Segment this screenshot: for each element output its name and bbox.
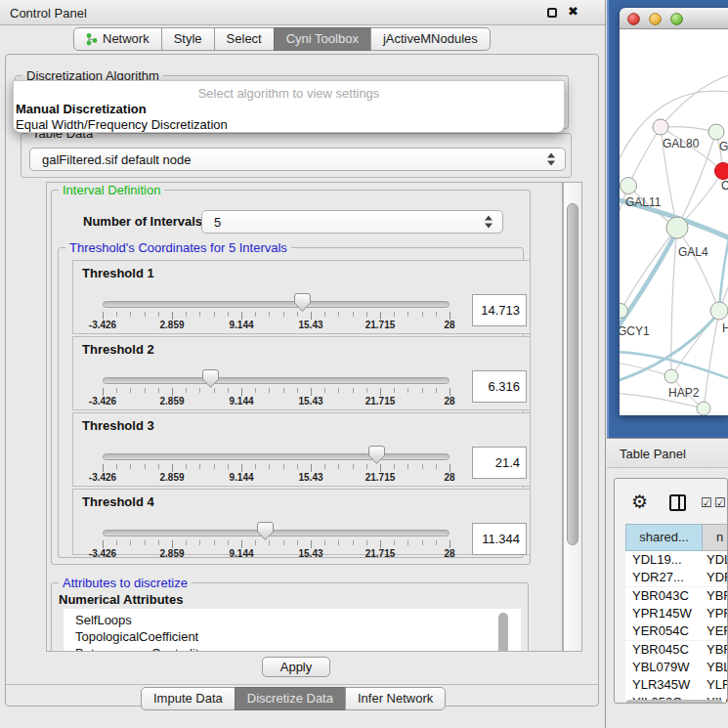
network-icon [86,32,98,46]
close-light-red[interactable] [627,13,640,25]
network-node-h[interactable] [710,302,728,320]
slider-tick-label: 15.43 [298,320,322,330]
network-edge[interactable] [661,74,728,127]
float-window-icon[interactable] [547,8,557,18]
slider-tick [214,540,215,545]
dropdown-item[interactable]: Equal Width/Frequency Discretization [16,117,228,132]
network-edge[interactable] [661,127,716,132]
threshold-value-field[interactable] [472,294,527,326]
slider-tick [338,540,339,545]
tab-jactivemnodules[interactable]: jActiveMNodules [370,27,491,51]
node-label: GCY1 [620,324,650,338]
network-node-gal11[interactable] [621,178,637,194]
settings-scrollbar[interactable] [563,182,582,652]
table-row[interactable]: YER054CYER0 [625,622,728,640]
threshold-slider-track[interactable] [103,530,450,536]
threshold-value-field[interactable] [472,370,527,403]
threshold-value-field[interactable] [472,447,527,479]
table-row[interactable]: YBR043CYBR0 [625,587,728,605]
table-data-combobox[interactable]: galFiltered.sif default node [29,148,566,171]
control-panel: Control Panel ✖ NetworkStyleSelectCyni T… [0,0,606,728]
node-label: H [722,321,728,335]
network-edge-highlighted[interactable] [719,213,728,311]
slider-tick [145,464,146,469]
zoom-light-green[interactable] [670,13,683,25]
table-row[interactable]: YDL19...YDL1 [625,551,728,569]
threshold-value-field[interactable] [472,523,527,555]
cell-name: YER0 [707,623,728,638]
threshold-slider-thumb[interactable] [294,293,311,312]
network-edge[interactable] [621,228,677,311]
list-item[interactable]: TopologicalCoefficient [64,628,521,645]
network-node-gal80[interactable] [653,119,668,135]
network-node-hap2[interactable] [664,369,678,383]
num-intervals-combobox[interactable]: 5 [201,210,503,234]
apply-button[interactable]: Apply [262,657,330,677]
table-row[interactable]: YPR145WYPR1 [625,605,728,622]
network-node-ga[interactable] [708,124,724,140]
slider-tick [407,388,408,393]
threshold-label: Threshold 3 [82,418,154,433]
network-node-gal4[interactable] [666,217,688,238]
threshold-slider-thumb[interactable] [202,369,219,388]
slider-tick [380,464,381,472]
column-header[interactable]: n [703,524,728,551]
slider-tick [450,388,450,396]
slider-tick [269,540,270,545]
tab-style[interactable]: Style [161,27,215,51]
tab-impute-data[interactable]: Impute Data [141,687,236,710]
slider-tick [324,540,325,545]
slider-tick [172,388,173,396]
slider-tick [145,540,146,545]
tab-select[interactable]: Select [214,27,275,51]
minimize-light-yellow[interactable] [649,13,662,25]
list-scrollbar-thumb[interactable] [498,613,508,652]
threshold-slider-track[interactable] [103,301,450,308]
slider-tick-label: 2.859 [159,548,184,559]
list-item[interactable]: BetweennessCentrality [64,645,521,652]
scrollbar-thumb[interactable] [567,203,578,545]
table-row[interactable]: YDR27...YDR2 [625,569,728,586]
tab-infer-network[interactable]: Infer Network [345,687,446,710]
tab-network[interactable]: Network [73,27,162,51]
slider-tick [324,464,325,469]
close-icon[interactable]: ✖ [568,4,578,19]
network-edge[interactable] [677,228,719,311]
tab-label: Discretize Data [247,688,333,709]
tab-cyni-toolbox[interactable]: Cyni Toolbox [274,27,371,51]
slider-tick [407,464,408,469]
table-row[interactable]: YBL079WYBL0 [625,659,728,676]
checkbox-checked-icon[interactable]: ☑ [701,495,712,510]
table-row[interactable]: YLR345WYLR3 [625,676,728,694]
checkbox-checked-icon[interactable]: ☑ [714,495,726,510]
numerical-attributes-list[interactable]: SelfLoopsTopologicalCoefficientBetweenne… [64,609,521,652]
dropdown-item[interactable]: Manual Discretization [16,102,147,116]
slider-tick [338,464,339,469]
network-edge-highlighted[interactable] [620,231,677,338]
network-node-c[interactable] [715,163,728,180]
table-row[interactable]: YBR045CYBR0 [625,641,728,659]
network-canvas[interactable]: GAL80GACGAL11GAL4GCY1HHAP2 [620,29,728,415]
column-header[interactable]: shared... [625,524,703,551]
threshold-slider-track[interactable] [103,453,450,460]
slider-tick [103,312,104,320]
slider-tick-label: 15.43 [298,548,322,559]
threshold-slider-thumb[interactable] [368,446,385,464]
threshold-slider-thumb[interactable] [257,522,274,540]
panel-title: Control Panel [10,6,87,21]
split-columns-icon[interactable] [669,494,686,511]
content-divider [6,684,598,685]
num-intervals-label: Number of Intervals [83,214,202,229]
tab-discretize-data[interactable]: Discretize Data [235,687,346,710]
slider-tick [269,388,270,393]
combo-value: galFiltered.sif default node [42,152,191,167]
slider-tick-label: 28 [444,320,454,330]
network-node[interactable] [697,402,710,415]
horizontal-scrollbar-thumb[interactable] [625,700,723,704]
threshold-slider-track[interactable] [103,377,450,384]
gear-icon[interactable]: ⚙ [631,491,648,512]
table-panel-titlebar: Table Panel [607,438,728,468]
tab-label: Style [174,28,202,50]
slider-tick [241,312,242,320]
list-item[interactable]: SelfLoops [64,612,521,628]
